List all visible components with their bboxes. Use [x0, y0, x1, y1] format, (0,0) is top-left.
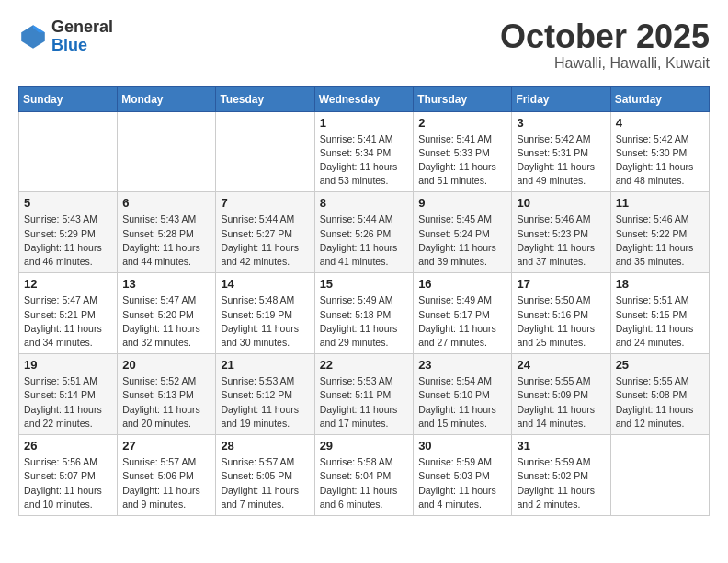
day-number: 14: [221, 277, 309, 291]
day-number: 8: [320, 196, 409, 210]
weekday-header: Thursday: [414, 86, 512, 111]
calendar-cell: [118, 111, 216, 192]
day-info: Sunrise: 5:55 AM Sunset: 5:08 PM Dayligh…: [616, 374, 704, 431]
day-info: Sunrise: 5:51 AM Sunset: 5:15 PM Dayligh…: [616, 293, 704, 350]
calendar-cell: 23Sunrise: 5:54 AM Sunset: 5:10 PM Dayli…: [414, 354, 512, 435]
calendar-week-row: 5Sunrise: 5:43 AM Sunset: 5:29 PM Daylig…: [19, 192, 710, 273]
day-number: 23: [418, 358, 506, 372]
day-info: Sunrise: 5:46 AM Sunset: 5:22 PM Dayligh…: [616, 213, 704, 269]
day-info: Sunrise: 5:56 AM Sunset: 5:07 PM Dayligh…: [24, 455, 112, 511]
day-number: 6: [122, 196, 210, 210]
calendar-cell: 11Sunrise: 5:46 AM Sunset: 5:22 PM Dayli…: [610, 192, 709, 273]
day-info: Sunrise: 5:54 AM Sunset: 5:10 PM Dayligh…: [418, 374, 506, 431]
calendar-cell: 31Sunrise: 5:59 AM Sunset: 5:02 PM Dayli…: [512, 435, 610, 516]
day-number: 13: [122, 277, 210, 291]
weekday-header: Saturday: [610, 86, 709, 111]
day-number: 28: [221, 439, 309, 453]
location: Hawalli, Hawalli, Kuwait: [500, 55, 710, 72]
day-info: Sunrise: 5:59 AM Sunset: 5:03 PM Dayligh…: [418, 455, 506, 511]
day-info: Sunrise: 5:43 AM Sunset: 5:29 PM Dayligh…: [24, 213, 112, 269]
day-number: 20: [122, 358, 210, 372]
calendar-cell: 26Sunrise: 5:56 AM Sunset: 5:07 PM Dayli…: [19, 435, 118, 516]
day-number: 24: [517, 358, 605, 372]
calendar-cell: 21Sunrise: 5:53 AM Sunset: 5:12 PM Dayli…: [216, 354, 314, 435]
day-info: Sunrise: 5:49 AM Sunset: 5:17 PM Dayligh…: [418, 293, 506, 350]
day-info: Sunrise: 5:55 AM Sunset: 5:09 PM Dayligh…: [517, 374, 605, 431]
calendar-cell: 1Sunrise: 5:41 AM Sunset: 5:34 PM Daylig…: [314, 111, 414, 192]
day-number: 22: [320, 358, 409, 372]
calendar-cell: 16Sunrise: 5:49 AM Sunset: 5:17 PM Dayli…: [414, 273, 512, 354]
calendar-cell: 18Sunrise: 5:51 AM Sunset: 5:15 PM Dayli…: [610, 273, 709, 354]
day-number: 1: [320, 116, 409, 130]
day-number: 31: [517, 439, 605, 453]
day-info: Sunrise: 5:44 AM Sunset: 5:27 PM Dayligh…: [221, 213, 309, 269]
day-number: 17: [517, 277, 605, 291]
day-number: 4: [616, 116, 704, 130]
day-info: Sunrise: 5:43 AM Sunset: 5:28 PM Dayligh…: [122, 213, 210, 269]
day-info: Sunrise: 5:51 AM Sunset: 5:14 PM Dayligh…: [24, 374, 112, 431]
day-number: 19: [24, 358, 112, 372]
calendar-cell: 5Sunrise: 5:43 AM Sunset: 5:29 PM Daylig…: [19, 192, 118, 273]
month-title: October 2025: [500, 18, 710, 55]
calendar-cell: [610, 435, 709, 516]
calendar-cell: 28Sunrise: 5:57 AM Sunset: 5:05 PM Dayli…: [216, 435, 314, 516]
day-number: 12: [24, 277, 112, 291]
logo-icon: [18, 22, 48, 52]
day-number: 25: [616, 358, 704, 372]
title-area: October 2025 Hawalli, Hawalli, Kuwait: [500, 18, 710, 72]
day-number: 11: [616, 196, 704, 210]
calendar-cell: [216, 111, 314, 192]
day-number: 16: [418, 277, 506, 291]
day-info: Sunrise: 5:44 AM Sunset: 5:26 PM Dayligh…: [320, 213, 409, 269]
day-info: Sunrise: 5:42 AM Sunset: 5:31 PM Dayligh…: [517, 132, 605, 189]
day-number: 29: [320, 439, 409, 453]
day-number: 15: [320, 277, 409, 291]
day-info: Sunrise: 5:41 AM Sunset: 5:34 PM Dayligh…: [320, 132, 409, 189]
day-number: 26: [24, 439, 112, 453]
day-info: Sunrise: 5:57 AM Sunset: 5:06 PM Dayligh…: [122, 455, 210, 511]
day-info: Sunrise: 5:50 AM Sunset: 5:16 PM Dayligh…: [517, 293, 605, 350]
calendar-cell: 15Sunrise: 5:49 AM Sunset: 5:18 PM Dayli…: [314, 273, 414, 354]
calendar-cell: [19, 111, 118, 192]
day-info: Sunrise: 5:48 AM Sunset: 5:19 PM Dayligh…: [221, 293, 309, 350]
day-info: Sunrise: 5:53 AM Sunset: 5:11 PM Dayligh…: [320, 374, 409, 431]
calendar-cell: 2Sunrise: 5:41 AM Sunset: 5:33 PM Daylig…: [414, 111, 512, 192]
day-info: Sunrise: 5:53 AM Sunset: 5:12 PM Dayligh…: [221, 374, 309, 431]
calendar-cell: 10Sunrise: 5:46 AM Sunset: 5:23 PM Dayli…: [512, 192, 610, 273]
day-number: 27: [122, 439, 210, 453]
calendar-week-row: 1Sunrise: 5:41 AM Sunset: 5:34 PM Daylig…: [19, 111, 710, 192]
calendar-cell: 29Sunrise: 5:58 AM Sunset: 5:04 PM Dayli…: [314, 435, 414, 516]
calendar-week-row: 26Sunrise: 5:56 AM Sunset: 5:07 PM Dayli…: [19, 435, 710, 516]
day-info: Sunrise: 5:49 AM Sunset: 5:18 PM Dayligh…: [320, 293, 409, 350]
weekday-header: Friday: [512, 86, 610, 111]
calendar-cell: 3Sunrise: 5:42 AM Sunset: 5:31 PM Daylig…: [512, 111, 610, 192]
calendar-table: SundayMondayTuesdayWednesdayThursdayFrid…: [18, 86, 710, 516]
day-number: 2: [418, 116, 506, 130]
calendar-cell: 24Sunrise: 5:55 AM Sunset: 5:09 PM Dayli…: [512, 354, 610, 435]
day-info: Sunrise: 5:52 AM Sunset: 5:13 PM Dayligh…: [122, 374, 210, 431]
calendar-header-row: SundayMondayTuesdayWednesdayThursdayFrid…: [19, 86, 710, 111]
day-info: Sunrise: 5:59 AM Sunset: 5:02 PM Dayligh…: [517, 455, 605, 511]
logo-text: General Blue: [51, 18, 113, 55]
day-info: Sunrise: 5:42 AM Sunset: 5:30 PM Dayligh…: [616, 132, 704, 189]
calendar-cell: 12Sunrise: 5:47 AM Sunset: 5:21 PM Dayli…: [19, 273, 118, 354]
day-info: Sunrise: 5:58 AM Sunset: 5:04 PM Dayligh…: [320, 455, 409, 511]
logo: General Blue: [18, 18, 113, 55]
weekday-header: Wednesday: [314, 86, 414, 111]
calendar-cell: 8Sunrise: 5:44 AM Sunset: 5:26 PM Daylig…: [314, 192, 414, 273]
calendar-week-row: 12Sunrise: 5:47 AM Sunset: 5:21 PM Dayli…: [19, 273, 710, 354]
calendar-week-row: 19Sunrise: 5:51 AM Sunset: 5:14 PM Dayli…: [19, 354, 710, 435]
day-number: 30: [418, 439, 506, 453]
calendar-cell: 19Sunrise: 5:51 AM Sunset: 5:14 PM Dayli…: [19, 354, 118, 435]
weekday-header: Tuesday: [216, 86, 314, 111]
day-number: 5: [24, 196, 112, 210]
calendar-cell: 27Sunrise: 5:57 AM Sunset: 5:06 PM Dayli…: [118, 435, 216, 516]
day-number: 3: [517, 116, 605, 130]
calendar-cell: 7Sunrise: 5:44 AM Sunset: 5:27 PM Daylig…: [216, 192, 314, 273]
calendar-cell: 4Sunrise: 5:42 AM Sunset: 5:30 PM Daylig…: [610, 111, 709, 192]
day-number: 7: [221, 196, 309, 210]
calendar-cell: 25Sunrise: 5:55 AM Sunset: 5:08 PM Dayli…: [610, 354, 709, 435]
day-info: Sunrise: 5:45 AM Sunset: 5:24 PM Dayligh…: [418, 213, 506, 269]
day-info: Sunrise: 5:46 AM Sunset: 5:23 PM Dayligh…: [517, 213, 605, 269]
day-number: 18: [616, 277, 704, 291]
